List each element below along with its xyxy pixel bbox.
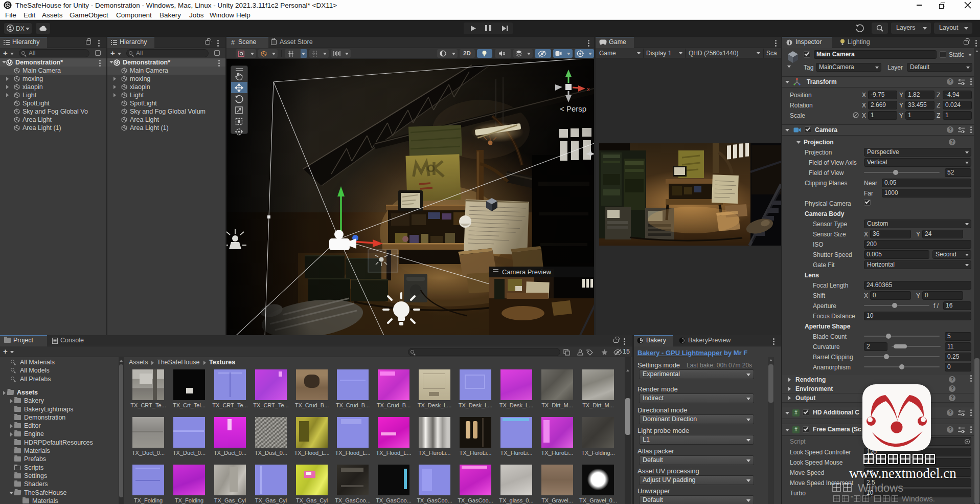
svg-text:x: x [587, 86, 590, 92]
svg-text:Camera Preview: Camera Preview [502, 268, 552, 276]
svg-text:< Persp: < Persp [560, 104, 586, 113]
